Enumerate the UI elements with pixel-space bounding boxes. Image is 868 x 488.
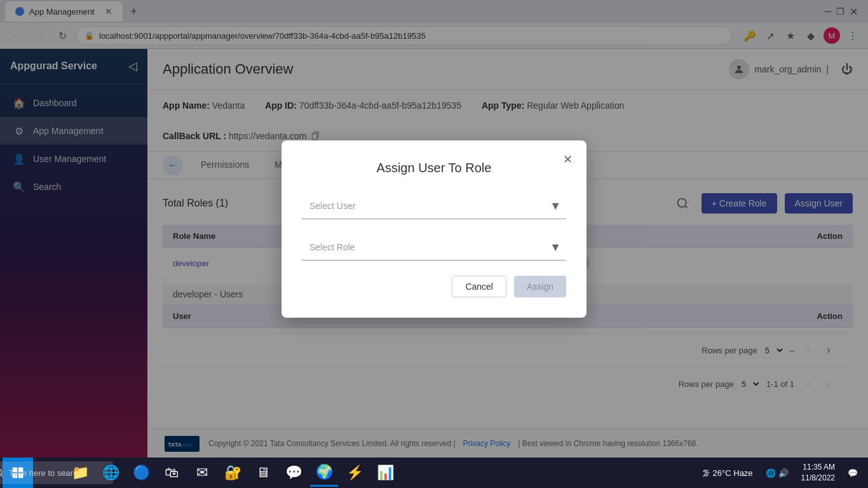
select-role-dropdown[interactable]: Select Role <box>302 234 566 261</box>
clock-date: 11/8/2022 <box>801 473 835 484</box>
cancel-btn[interactable]: Cancel <box>452 276 506 297</box>
taskbar-browser-active-btn[interactable]: 🌍 <box>310 459 338 487</box>
taskbar-teams-btn[interactable]: 💬 <box>280 459 308 487</box>
select-role-field: Select Role ▼ <box>302 234 566 261</box>
assign-btn[interactable]: Assign <box>514 276 566 297</box>
taskbar-left: Type here to search 📁 🌐 🔵 🛍 ✉ 🔐 🖥 💬 🌍 ⚡ … <box>3 458 399 488</box>
taskbar-mail-btn[interactable]: ✉ <box>188 459 216 487</box>
taskbar-weather[interactable]: 🌫 26°C Haze <box>697 466 758 480</box>
modal-close-btn[interactable]: ✕ <box>559 151 576 168</box>
taskbar-right: 🌫 26°C Haze 🌐 🔊 11:35 AM 11/8/2022 💬 <box>697 459 868 486</box>
select-user-dropdown[interactable]: Select User <box>302 193 566 219</box>
modal-actions: Cancel Assign <box>302 276 566 297</box>
weather-icon: 🌫 <box>702 468 710 478</box>
taskbar-search-btn[interactable]: Type here to search <box>36 459 64 487</box>
taskbar: Type here to search 📁 🌐 🔵 🛍 ✉ 🔐 🖥 💬 🌍 ⚡ … <box>0 458 868 488</box>
taskbar-clock[interactable]: 11:35 AM 11/8/2022 <box>796 459 840 486</box>
taskbar-app3-btn[interactable]: 📊 <box>371 459 399 487</box>
taskbar-system-icons[interactable]: 🌐 🔊 <box>761 466 794 480</box>
taskbar-dev-btn[interactable]: ⚡ <box>341 459 369 487</box>
select-user-field: Select User ▼ <box>302 193 566 219</box>
modal-overlay: ✕ Assign User To Role Select User ▼ Sele… <box>0 0 868 458</box>
svg-line-11 <box>1 475 3 477</box>
taskbar-chrome-btn[interactable]: 🔵 <box>127 459 155 487</box>
volume-icon: 🔊 <box>778 468 789 478</box>
taskbar-app1-btn[interactable]: 🔐 <box>219 459 247 487</box>
taskbar-edge-btn[interactable]: 🌐 <box>97 459 125 487</box>
weather-text: 26°C Haze <box>713 468 753 478</box>
assign-user-modal: ✕ Assign User To Role Select User ▼ Sele… <box>281 140 587 318</box>
notifications-btn[interactable]: 💬 <box>843 466 863 480</box>
clock-display: 11:35 AM 11/8/2022 <box>801 462 835 484</box>
taskbar-store-btn[interactable]: 🛍 <box>158 459 186 487</box>
taskbar-file-explorer-btn[interactable]: 📁 <box>66 459 94 487</box>
modal-title: Assign User To Role <box>302 161 566 175</box>
taskbar-app2-btn[interactable]: 🖥 <box>249 459 277 487</box>
network-icon: 🌐 <box>766 468 776 478</box>
clock-time: 11:35 AM <box>801 462 835 473</box>
